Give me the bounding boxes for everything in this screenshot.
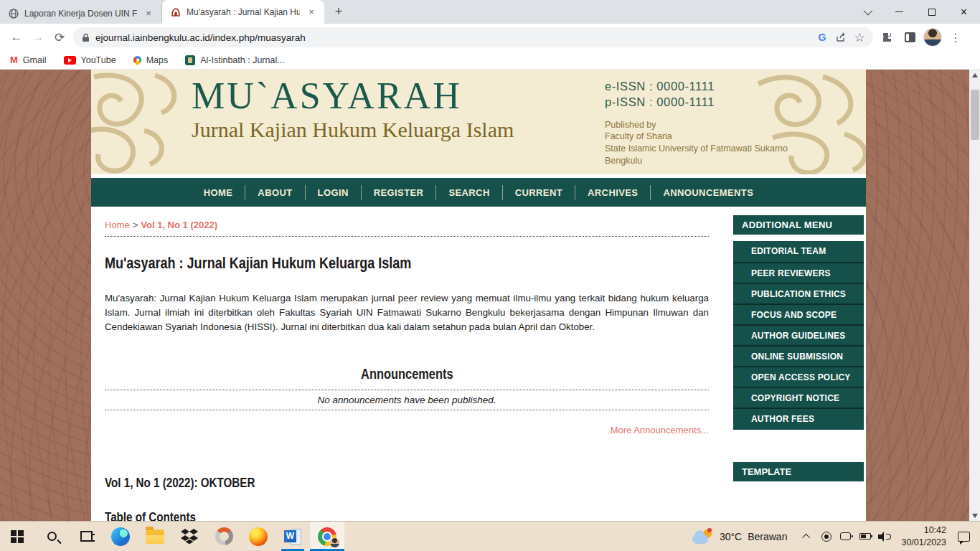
folder-icon <box>146 529 164 544</box>
extensions-puzzle-icon[interactable] <box>877 28 896 47</box>
taskbar-word[interactable]: W <box>275 522 310 551</box>
divider <box>105 390 709 390</box>
sidebar-item-open-access-policy[interactable]: OPEN ACCESS POLICY <box>733 366 864 387</box>
clock-date: 30/01/2023 <box>901 537 946 548</box>
taskbar-search-button[interactable] <box>34 522 69 551</box>
google-icon[interactable]: G <box>813 28 831 47</box>
sidebar-item-publication-ethics[interactable]: PUBLICATION ETHICS <box>733 283 864 303</box>
chevron-up-icon <box>802 533 810 541</box>
maximize-window-button[interactable] <box>915 0 948 24</box>
main-column: Home>Vol 1, No 1 (2022) Mu'asyarah : Jur… <box>105 207 709 521</box>
sidebar-menu: EDITORIAL TEAM PEER REVIEWERS PUBLICATIO… <box>733 241 864 430</box>
reload-button[interactable]: ⟳ <box>49 27 70 48</box>
forward-button[interactable]: → <box>27 27 49 48</box>
tab-laporan-kinerja[interactable]: Laporan Kinerja Dosen UIN Fatma × <box>0 5 162 22</box>
p-issn: p-ISSN : 0000-1111 <box>605 94 820 110</box>
window-controls: × <box>851 0 980 24</box>
journal-favicon-icon <box>171 7 181 17</box>
journal-description: Mu'asyarah: Jurnal Kajian Hukum Keluarga… <box>105 291 709 334</box>
notification-center-icon[interactable] <box>958 532 970 542</box>
journal-masthead: MU`ASYARAH Jurnal Kajian Hukum Keluarga … <box>91 70 866 174</box>
side-panel-icon[interactable] <box>900 28 919 47</box>
publisher-faculty: Faculty of Sharia <box>605 131 820 143</box>
word-icon: W <box>284 528 301 545</box>
taskbar-firefox[interactable] <box>241 522 275 551</box>
content-area: Home>Vol 1, No 1 (2022) Mu'asyarah : Jur… <box>91 207 866 521</box>
nav-announcements[interactable]: ANNOUNCEMENTS <box>650 185 765 200</box>
display-icon <box>840 532 851 540</box>
scroll-up-icon[interactable] <box>969 70 980 80</box>
tray-battery-button[interactable] <box>855 522 875 551</box>
youtube-icon <box>64 56 76 65</box>
tab-search-button[interactable] <box>851 0 883 24</box>
bookmark-youtube[interactable]: YouTube <box>64 55 116 65</box>
sidebar-item-peer-reviewers[interactable]: PEER REVIEWERS <box>733 262 864 283</box>
taskbar-chrome[interactable] <box>310 522 344 551</box>
tray-record-button[interactable] <box>816 522 836 551</box>
sidebar-template-title: TEMPLATE <box>733 462 864 481</box>
journal-title: MU`ASYARAH <box>192 75 514 116</box>
volume-icon <box>878 532 891 542</box>
bookmarks-bar: MGmail YouTube Maps Al-Istinbath : Jurna… <box>0 51 980 70</box>
browser-menu-icon[interactable]: ⋮ <box>946 28 965 47</box>
nav-about[interactable]: ABOUT <box>245 185 304 200</box>
site-container: MU`ASYARAH Jurnal Kajian Hukum Keluarga … <box>91 70 866 521</box>
page-scrollbar[interactable] <box>969 70 980 521</box>
nav-home[interactable]: HOME <box>192 185 245 200</box>
weather-widget[interactable]: 30°C Berawan <box>692 529 788 544</box>
nav-archives[interactable]: ARCHIVES <box>575 185 650 200</box>
close-tab-icon[interactable]: × <box>143 8 154 19</box>
maps-pin-icon <box>131 55 143 66</box>
sidebar-item-online-submission[interactable]: ONLINE SUBMISSION <box>733 345 864 366</box>
address-bar[interactable]: ejournal.iainbengkulu.ac.id/index.php/mu… <box>73 27 873 47</box>
nav-current[interactable]: CURRENT <box>502 185 575 200</box>
share-icon[interactable] <box>831 28 850 47</box>
sidebar-item-copyright-notice[interactable]: COPYRIGHT NOTICE <box>733 387 864 408</box>
sidebar-item-editorial-team[interactable]: EDITORIAL TEAM <box>733 241 864 262</box>
start-button[interactable] <box>0 522 34 551</box>
journal-subtitle: Jurnal Kajian Hukum Keluarga Islam <box>192 118 514 142</box>
gmail-icon: M <box>10 55 18 65</box>
breadcrumb-home-link[interactable]: Home <box>105 220 130 230</box>
e-issn: e-ISSN : 0000-1111 <box>605 78 820 94</box>
close-window-button[interactable]: × <box>948 0 980 24</box>
tray-volume-button[interactable] <box>875 522 894 551</box>
more-announcements-link[interactable]: More Announcements... <box>611 425 709 435</box>
new-tab-button[interactable]: + <box>329 2 349 22</box>
taskbar-file-explorer[interactable] <box>138 522 172 551</box>
sidebar-item-author-fees[interactable]: AUTHOR FEES <box>733 408 864 428</box>
taskbar-dropbox[interactable] <box>172 522 207 551</box>
system-tray: 30°C Berawan 10:42 30/01/2023 <box>692 522 980 551</box>
masthead-titles: MU`ASYARAH Jurnal Kajian Hukum Keluarga … <box>192 75 514 142</box>
bookmark-gmail[interactable]: MGmail <box>10 55 47 65</box>
windows-logo-icon <box>11 530 24 543</box>
minimize-window-button[interactable] <box>883 0 915 24</box>
publisher-block: Published by Faculty of Sharia State Isl… <box>605 119 820 168</box>
nav-register[interactable]: REGISTER <box>361 185 436 200</box>
bookmark-star-icon[interactable]: ☆ <box>850 28 869 47</box>
nav-login[interactable]: LOGIN <box>305 185 361 200</box>
back-button[interactable]: ← <box>6 27 27 48</box>
divider <box>105 410 709 410</box>
breadcrumb-separator: > <box>133 220 138 230</box>
taskbar-clock[interactable]: 10:42 30/01/2023 <box>901 524 946 548</box>
close-tab-icon[interactable]: × <box>306 6 317 18</box>
taskbar-utility-app[interactable] <box>207 522 241 551</box>
announcements-heading: Announcements <box>105 366 709 382</box>
tab-muasyarah[interactable]: Mu'asyarah : Jurnal Kajian Hukum × <box>162 0 324 24</box>
more-announcements: More Announcements... <box>105 423 709 436</box>
tray-display-button[interactable] <box>836 522 855 551</box>
bookmark-maps[interactable]: Maps <box>133 55 169 65</box>
nav-search[interactable]: SEARCH <box>435 185 501 200</box>
breadcrumb-current: Vol 1, No 1 (2022) <box>141 220 217 230</box>
hidden-icons-button[interactable] <box>797 522 816 551</box>
sidebar-item-author-guidelines[interactable]: AUTHOR GUIDELINES <box>733 324 864 345</box>
publisher-university: State Islamic University of Fatmawati Su… <box>605 143 820 167</box>
sidebar-item-focus-and-scope[interactable]: FOCUS AND SCOPE <box>733 303 864 324</box>
bookmark-al-istinbath[interactable]: Al-Istinbath : Jurnal... <box>185 55 284 65</box>
scroll-down-icon[interactable] <box>969 510 980 521</box>
profile-avatar[interactable] <box>923 28 942 47</box>
scrollbar-thumb[interactable] <box>971 90 979 140</box>
task-view-button[interactable] <box>69 522 103 551</box>
taskbar-edge[interactable] <box>103 522 138 551</box>
